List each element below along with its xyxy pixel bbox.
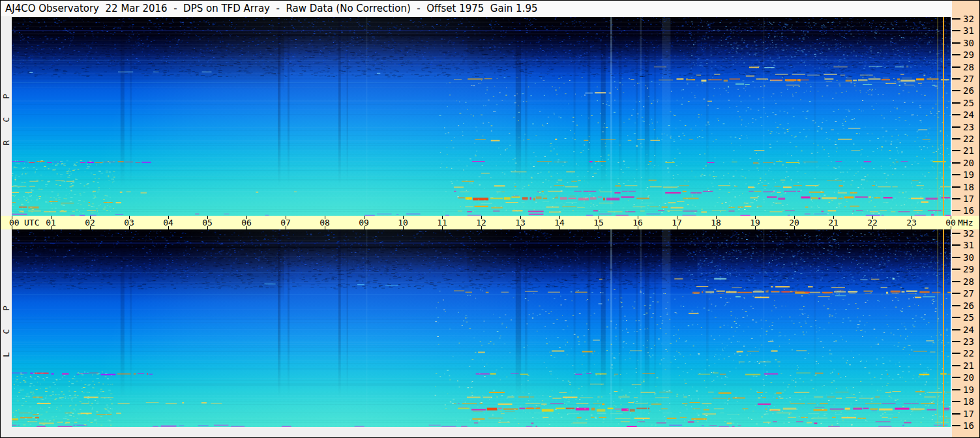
time-label: 13: [515, 218, 526, 227]
freq-tick-rcp: [952, 150, 960, 151]
time-axis: 0001020304050607080910111213141516171819…: [1, 216, 979, 229]
spectrogram-lcp: [12, 229, 951, 427]
freq-tick-lcp: [952, 233, 960, 234]
freq-label-rcp: 18: [963, 182, 974, 192]
freq-tick-rcp: [952, 198, 960, 199]
freq-label-rcp: 29: [963, 50, 974, 60]
time-label: 12: [476, 218, 486, 227]
freq-tick-rcp: [952, 66, 960, 68]
freq-label-lcp: 23: [963, 336, 974, 347]
freq-tick-rcp: [952, 42, 960, 44]
freq-tick-rcp: [952, 90, 960, 91]
freq-tick-lcp: [952, 425, 960, 426]
freq-tick-lcp: [952, 317, 960, 318]
time-label: 01: [46, 218, 56, 227]
lcp-label: L C P: [1, 299, 11, 357]
left-gutter-rcp: R C P: [1, 16, 12, 216]
freq-tick-rcp: [952, 18, 960, 20]
freq-tick-rcp: [952, 114, 960, 115]
freq-label-lcp: 16: [963, 420, 974, 431]
freq-label-rcp: 23: [963, 122, 974, 132]
freq-label-rcp: 25: [963, 98, 974, 108]
freq-label-lcp: 25: [963, 312, 974, 323]
freq-tick-rcp: [952, 162, 960, 164]
time-label: 04: [163, 218, 173, 227]
time-label: 17: [672, 218, 682, 227]
freq-tick-lcp: [952, 269, 960, 270]
time-label: 05: [202, 218, 213, 227]
time-label: 11: [437, 218, 447, 227]
time-label: 14: [554, 218, 565, 227]
freq-label-rcp: 31: [963, 25, 974, 36]
freq-tick-rcp: [952, 138, 960, 139]
freq-label-lcp: 26: [963, 300, 974, 311]
time-label: 03: [124, 218, 134, 227]
freq-label-lcp: 20: [963, 372, 974, 383]
freq-tick-rcp: [952, 174, 960, 175]
time-label: 16: [632, 218, 643, 227]
time-label: 02: [85, 218, 95, 227]
freq-label-lcp: 32: [963, 228, 974, 239]
freq-label-rcp: 24: [963, 110, 974, 120]
freq-tick-rcp: [952, 30, 960, 31]
freq-tick-rcp: [952, 210, 960, 211]
freq-tick-rcp: [952, 186, 960, 188]
freq-label-lcp: 18: [963, 396, 974, 407]
freq-tick-lcp: [952, 389, 960, 390]
freq-label-rcp: 20: [963, 158, 974, 168]
utc-unit-label: UTC: [24, 218, 39, 227]
freq-tick-lcp: [952, 329, 960, 330]
freq-tick-lcp: [952, 305, 960, 306]
freq-label-rcp: 19: [963, 169, 974, 180]
freq-tick-lcp: [952, 377, 960, 378]
time-label: 10: [398, 218, 408, 227]
time-label: 20: [789, 218, 799, 227]
time-label: 18: [711, 218, 721, 227]
time-label: 22: [867, 218, 878, 227]
freq-label-lcp: 19: [963, 385, 974, 395]
time-label: 00: [945, 218, 956, 227]
freq-tick-lcp: [952, 341, 960, 342]
freq-label-lcp: 24: [963, 325, 974, 335]
freq-tick-rcp: [952, 78, 960, 80]
freq-label-rcp: 17: [963, 194, 974, 204]
freq-label-lcp: 21: [963, 360, 974, 371]
freq-label-lcp: 29: [963, 264, 974, 274]
rcp-label: R C P: [1, 87, 11, 145]
freq-label-rcp: 27: [963, 74, 974, 84]
freq-tick-lcp: [952, 365, 960, 366]
freq-tick-rcp: [952, 126, 960, 128]
time-label: 21: [828, 218, 839, 227]
freq-label-rcp: 16: [963, 205, 974, 216]
freq-tick-lcp: [952, 413, 960, 415]
freq-tick-lcp: [952, 244, 960, 246]
time-label: 09: [359, 218, 369, 227]
page-title: AJ4CO Observatory 22 Mar 2016 - DPS on T…: [5, 3, 538, 14]
time-label: 06: [241, 218, 252, 227]
freq-tick-lcp: [952, 281, 960, 282]
time-label: 00: [9, 218, 20, 227]
freq-label-lcp: 30: [963, 252, 974, 263]
bottom-gutter: [1, 427, 952, 437]
freq-label-rcp: 30: [963, 38, 974, 48]
freq-label-lcp: 27: [963, 288, 974, 299]
title-bar: AJ4CO Observatory 22 Mar 2016 - DPS on T…: [1, 1, 952, 17]
spectrogram-rcp: [12, 17, 951, 216]
freq-tick-rcp: [952, 102, 960, 104]
freq-tick-lcp: [952, 353, 960, 354]
freq-tick-lcp: [952, 401, 960, 402]
freq-label-rcp: 22: [963, 134, 974, 144]
time-label: 07: [280, 218, 291, 227]
freq-tick-rcp: [952, 54, 960, 55]
freq-label-lcp: 31: [963, 240, 974, 250]
time-label: 19: [750, 218, 760, 227]
freq-label-rcp: 26: [963, 85, 974, 96]
time-label: 15: [593, 218, 604, 227]
dps-spectrogram-window: AJ4CO Observatory 22 Mar 2016 - DPS on T…: [0, 0, 980, 438]
freq-label-lcp: 22: [963, 348, 974, 358]
time-label: 08: [319, 218, 330, 227]
freq-label-rcp: 21: [963, 145, 974, 156]
freq-label-lcp: 28: [963, 276, 974, 287]
freq-label-rcp: 28: [963, 62, 974, 72]
left-gutter-lcp: L C P: [1, 229, 12, 427]
